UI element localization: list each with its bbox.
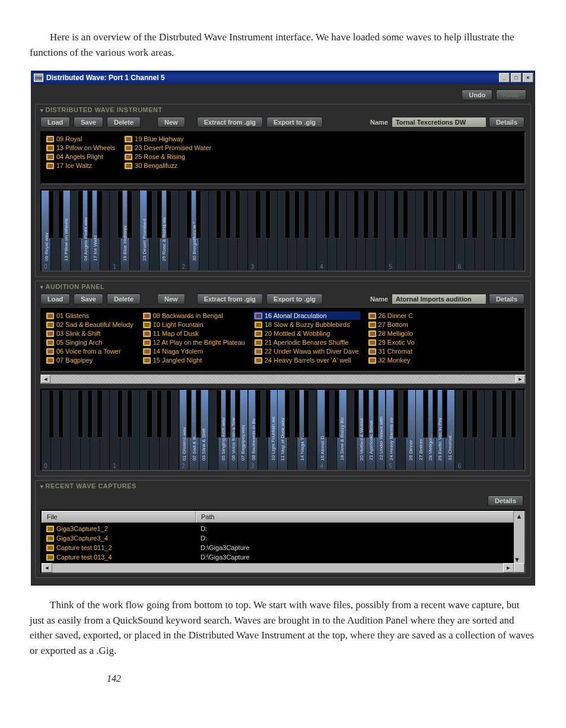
- aud-h-scrollbar[interactable]: ◄ ►: [40, 374, 526, 384]
- piano-key[interactable]: [357, 190, 366, 271]
- piano-key[interactable]: [288, 390, 297, 470]
- piano-key[interactable]: 09 Royal.wav: [42, 190, 51, 271]
- wave-item[interactable]: 12 At Play on the Bright Plateau: [142, 338, 246, 346]
- piano-key[interactable]: [514, 190, 524, 271]
- piano-key[interactable]: [504, 190, 514, 271]
- aud-export-button[interactable]: Export to .gig: [266, 294, 323, 304]
- piano-key[interactable]: 22 Under Wawa with: [376, 390, 386, 470]
- wave-item[interactable]: 05 Singing Arch: [45, 338, 135, 346]
- piano-key[interactable]: [425, 190, 435, 271]
- piano-key[interactable]: 14 Niaga Y…: [297, 390, 307, 470]
- wave-item[interactable]: 15 Jangled Night: [142, 356, 246, 364]
- piano-key[interactable]: [317, 190, 327, 271]
- wave-item[interactable]: 17 Ice Waltz: [45, 161, 116, 170]
- piano-key[interactable]: [61, 390, 71, 470]
- piano-key[interactable]: [514, 390, 524, 470]
- piano-key[interactable]: 26 Dinner …: [406, 390, 415, 470]
- aud-details-button[interactable]: Details: [489, 294, 524, 304]
- piano-key[interactable]: [327, 190, 337, 271]
- piano-key[interactable]: 10 Light Fountain.wa: [268, 390, 278, 470]
- table-row[interactable]: Capture test 011_2D:\Giga3Capture: [42, 543, 514, 552]
- piano-key[interactable]: [485, 190, 494, 271]
- piano-key[interactable]: [475, 190, 485, 271]
- piano-key[interactable]: [120, 390, 130, 470]
- col-file[interactable]: File: [42, 511, 196, 523]
- audition-keyboard[interactable]: 01201 Glistens.wav02 Sad & B…03 Slink & …: [42, 390, 524, 470]
- dwi-details-button[interactable]: Details: [489, 117, 524, 128]
- dwi-delete-button[interactable]: Delete: [107, 117, 141, 128]
- redo-button[interactable]: Redo: [496, 90, 527, 100]
- piano-key[interactable]: [307, 390, 317, 470]
- capture-scroll-track[interactable]: [52, 563, 503, 573]
- dwi-new-button[interactable]: New: [157, 117, 185, 128]
- piano-key[interactable]: [218, 190, 228, 271]
- dwi-export-button[interactable]: Export to .gig: [266, 117, 323, 128]
- piano-key[interactable]: 16 Atonal D: [317, 390, 327, 470]
- wave-item[interactable]: 02 Sad & Beautiful Melody: [45, 320, 135, 329]
- wave-item[interactable]: 22 Under Wawa with Diver Dave: [253, 347, 360, 355]
- wave-item[interactable]: 01 Glistens: [45, 311, 135, 320]
- piano-key[interactable]: [456, 190, 465, 271]
- piano-key[interactable]: 05 Singing Arch.wav: [218, 390, 228, 470]
- scroll-track[interactable]: [50, 375, 516, 383]
- table-row[interactable]: Giga3Capture1_2D:: [42, 524, 514, 533]
- audition-wave-list[interactable]: 01 Glistens02 Sad & Beautiful Melody03 S…: [40, 308, 526, 372]
- piano-key[interactable]: [288, 190, 297, 271]
- wave-item[interactable]: 13 Pillow on Wheels: [45, 144, 116, 152]
- piano-key[interactable]: [307, 190, 317, 271]
- piano-key[interactable]: 19 Blue Highway: [120, 190, 130, 271]
- piano-key[interactable]: [90, 390, 100, 470]
- wave-item[interactable]: 08 Backwards in Bengal: [142, 311, 246, 320]
- piano-key[interactable]: [42, 390, 51, 470]
- wave-item[interactable]: 09 Royal: [45, 135, 116, 143]
- wave-item[interactable]: 24 Heavy Barrels over 'A' well: [253, 356, 360, 364]
- table-row[interactable]: Giga3Capture3_4D:: [42, 533, 514, 543]
- piano-key[interactable]: 11 Map of Dusk.wav: [278, 390, 287, 470]
- piano-key[interactable]: [100, 190, 110, 271]
- dwi-wave-list[interactable]: 09 Royal13 Pillow on Wheels04 Angels Pli…: [40, 131, 526, 185]
- aud-load-button[interactable]: Load: [40, 294, 70, 304]
- piano-key[interactable]: [386, 190, 396, 271]
- capture-scroll-left-icon[interactable]: ◄: [42, 563, 52, 573]
- piano-key[interactable]: 27 Bottom …: [416, 390, 425, 470]
- piano-key[interactable]: [347, 190, 357, 271]
- piano-key[interactable]: 24 Heavy Barrels ov: [386, 390, 396, 470]
- piano-key[interactable]: [110, 190, 120, 271]
- piano-key[interactable]: 07 Bagpipey.wav: [238, 390, 247, 470]
- wave-item[interactable]: 04 Angels Plight: [45, 152, 116, 161]
- piano-key[interactable]: [71, 190, 80, 271]
- piano-key[interactable]: 31 Chromat…: [445, 390, 454, 470]
- piano-key[interactable]: [327, 390, 337, 470]
- piano-key[interactable]: [435, 190, 445, 271]
- piano-key[interactable]: [465, 390, 475, 470]
- maximize-button[interactable]: □: [511, 73, 522, 82]
- piano-key[interactable]: [71, 390, 80, 470]
- piano-key[interactable]: [160, 390, 169, 470]
- wave-item[interactable]: 11 Map of Dusk: [142, 329, 246, 338]
- aud-extract-button[interactable]: Extract from .gig: [197, 294, 263, 304]
- piano-key[interactable]: [297, 190, 307, 271]
- piano-key[interactable]: [495, 390, 504, 470]
- piano-key[interactable]: [51, 390, 61, 470]
- aud-new-button[interactable]: New: [157, 294, 185, 304]
- piano-key[interactable]: [110, 390, 120, 470]
- recent-panel-title[interactable]: RECENT WAVE CAPTURES: [40, 482, 526, 489]
- piano-key[interactable]: 08 Backwards in Be: [249, 390, 258, 470]
- piano-key[interactable]: [81, 390, 90, 470]
- capture-v-scrollbar[interactable]: ▲ ▼: [514, 511, 524, 563]
- piano-key[interactable]: [100, 390, 110, 470]
- piano-key[interactable]: [396, 190, 406, 271]
- piano-key[interactable]: 06 Voice from a Tow: [228, 390, 238, 470]
- capture-scroll-right-icon[interactable]: ►: [503, 563, 514, 573]
- table-row[interactable]: Capture test 013_4D:\Giga3Capture: [42, 552, 514, 562]
- piano-key[interactable]: 13 Pillow on Wheels: [61, 190, 71, 271]
- col-path[interactable]: Path: [196, 511, 514, 523]
- close-button[interactable]: ×: [523, 73, 533, 82]
- piano-key[interactable]: [238, 190, 247, 271]
- wave-item[interactable]: 18 Slow & Buzzy Bubblebirds: [253, 320, 360, 329]
- piano-key[interactable]: [456, 390, 465, 470]
- piano-key[interactable]: 21 Aperiodic Benar: [366, 390, 376, 470]
- wave-item[interactable]: 26 Dinner C: [367, 311, 421, 320]
- dwi-name-field[interactable]: Tornal Texcretions DW: [392, 117, 486, 128]
- wave-item[interactable]: 21 Aperiodic Benares Shuffle: [253, 338, 360, 346]
